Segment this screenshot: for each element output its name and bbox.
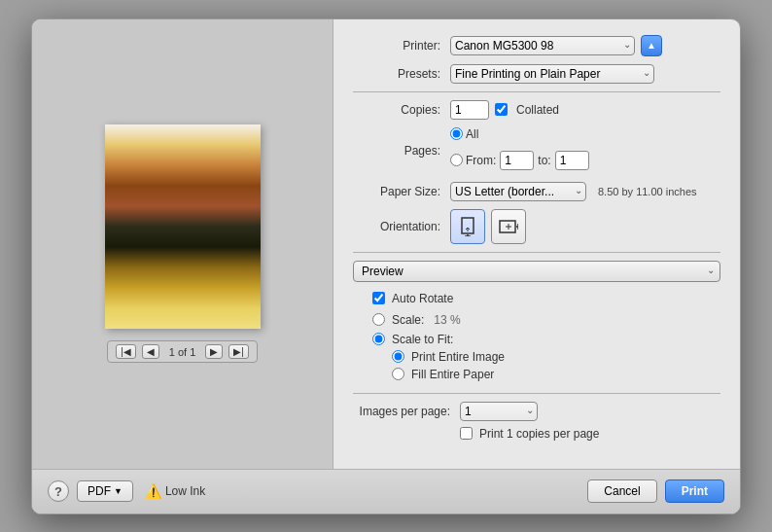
orientation-control: [450, 209, 720, 244]
print-entire-row: Print Entire Image: [392, 350, 505, 364]
scale-fit-option-row: Scale to Fit:: [372, 333, 505, 346]
print-copies-row: Print 1 copies per page: [353, 427, 720, 441]
page-indicator: 1 of 1: [165, 346, 200, 358]
fill-paper-row: Fill Entire Paper: [392, 368, 505, 381]
printer-select-wrap: Canon MG5300 98: [450, 36, 635, 55]
portrait-icon: [460, 217, 475, 236]
orientation-label: Orientation:: [353, 220, 450, 233]
full-select-wrap: Preview Layout Color Matching Paper Hand…: [353, 261, 720, 282]
presets-label: Presets:: [353, 67, 450, 81]
cancel-button[interactable]: Cancel: [587, 479, 656, 503]
copies-row: Copies: Collated: [353, 100, 720, 120]
print-dialog: |◀ ◀ 1 of 1 ▶ ▶| Printer: Canon MG5300 9…: [31, 18, 741, 514]
print-entire-label: Print Entire Image: [411, 350, 505, 364]
fill-paper-label: Fill Entire Paper: [411, 368, 494, 381]
images-section: Images per page: 1 2 4 6 9 16: [353, 402, 720, 441]
printer-up-button[interactable]: ▲: [641, 35, 662, 56]
dialog-body: |◀ ◀ 1 of 1 ▶ ▶| Printer: Canon MG5300 9…: [32, 19, 740, 469]
landscape-icon: [499, 219, 518, 234]
scale-value: 13 %: [434, 313, 460, 327]
images-per-page-select-wrap: 1 2 4 6 9 16: [460, 402, 538, 421]
divider-1: [353, 91, 720, 92]
preview-page: [105, 124, 261, 329]
prev-page-button[interactable]: ◀: [142, 344, 159, 359]
pages-all-row: All: [450, 127, 478, 141]
scale-row: Scale: 13 %: [353, 313, 720, 327]
orientation-row: Orientation:: [353, 209, 720, 244]
papersize-select[interactable]: US Letter (border...: [450, 182, 586, 201]
first-page-button[interactable]: |◀: [116, 344, 136, 359]
images-per-page-select[interactable]: 1 2 4 6 9 16: [460, 402, 538, 421]
next-page-button[interactable]: ▶: [205, 344, 223, 359]
landscape-button[interactable]: [491, 209, 526, 244]
copies-control: Collated: [450, 100, 720, 120]
pages-from-input[interactable]: [500, 151, 534, 170]
scale-fit-control: Scale to Fit: Print Entire Image Fill En…: [372, 333, 505, 385]
presets-select-wrap: Fine Printing on Plain Paper: [450, 64, 654, 84]
pages-control: All From: to:: [450, 127, 720, 174]
pages-to-label: to:: [538, 154, 550, 167]
pdf-button[interactable]: PDF ▼: [77, 480, 133, 502]
bottom-bar: ? PDF ▼ ⚠️ Low Ink Cancel Print: [32, 469, 740, 514]
section-select-wrap: Preview Layout Color Matching Paper Hand…: [353, 261, 720, 282]
pdf-arrow: ▼: [114, 486, 123, 496]
pages-row: Pages: All From: to:: [353, 127, 720, 174]
print-entire-radio[interactable]: [392, 350, 404, 363]
pages-to-input[interactable]: [555, 151, 589, 170]
images-per-page-row: Images per page: 1 2 4 6 9 16: [353, 402, 720, 421]
scale-to-fit-label: Scale to Fit:: [392, 333, 453, 346]
scale-label: Scale:: [392, 313, 424, 327]
pages-all-radio[interactable]: [450, 127, 463, 140]
scale-fit-sub-options: Print Entire Image Fill Entire Paper: [392, 350, 505, 381]
scale-radio[interactable]: [372, 313, 385, 326]
form-panel: Printer: Canon MG5300 98 ▲ Presets:: [333, 19, 740, 469]
collated-label: Collated: [516, 103, 559, 117]
papersize-select-wrap: US Letter (border...: [450, 182, 586, 201]
section-select[interactable]: Preview Layout Color Matching Paper Hand…: [353, 261, 720, 282]
auto-rotate-row: Auto Rotate: [353, 292, 720, 305]
printer-select[interactable]: Canon MG5300 98: [450, 36, 635, 55]
paper-size-label: Paper Size:: [353, 185, 450, 198]
scale-to-fit-row: Scale to Fit: Print Entire Image Fill En…: [353, 333, 720, 385]
help-button[interactable]: ?: [48, 480, 69, 502]
print-button[interactable]: Print: [665, 479, 724, 503]
paper-size-info: 8.50 by 11.00 inches: [598, 186, 697, 197]
auto-rotate-label: Auto Rotate: [392, 292, 453, 305]
divider-3: [353, 393, 720, 394]
scale-to-fit-radio[interactable]: [372, 333, 385, 345]
pages-label: Pages:: [353, 144, 450, 158]
divider-2: [353, 252, 720, 253]
print-copies-checkbox[interactable]: [460, 427, 473, 440]
presets-row: Presets: Fine Printing on Plain Paper: [353, 64, 720, 84]
portrait-button[interactable]: [450, 209, 485, 244]
pages-from-radio[interactable]: [450, 154, 463, 166]
pdf-label: PDF: [88, 484, 111, 498]
printer-control: Canon MG5300 98 ▲: [450, 35, 720, 56]
paper-size-control: US Letter (border... 8.50 by 11.00 inche…: [450, 182, 720, 201]
images-per-page-label: Images per page:: [353, 405, 460, 418]
copies-label: Copies:: [353, 103, 450, 117]
pages-all-label: All: [466, 127, 478, 141]
fill-paper-radio[interactable]: [392, 368, 404, 380]
ink-warning-label: Low Ink: [165, 484, 205, 498]
preview-nav: |◀ ◀ 1 of 1 ▶ ▶|: [107, 340, 258, 363]
printer-label: Printer:: [353, 39, 450, 53]
auto-rotate-checkbox[interactable]: [372, 292, 385, 304]
print-copies-label: Print 1 copies per page: [479, 427, 599, 441]
presets-select[interactable]: Fine Printing on Plain Paper: [450, 64, 654, 84]
presets-control: Fine Printing on Plain Paper: [450, 64, 720, 84]
collated-checkbox[interactable]: [495, 103, 508, 116]
pages-from-label: From:: [466, 154, 496, 167]
preview-panel: |◀ ◀ 1 of 1 ▶ ▶|: [32, 19, 333, 469]
preview-image: [105, 124, 261, 329]
warning-icon: ⚠️: [145, 483, 161, 499]
last-page-button[interactable]: ▶|: [228, 344, 249, 359]
paper-size-row: Paper Size: US Letter (border... 8.50 by…: [353, 182, 720, 201]
pages-from-row: From: to:: [450, 151, 589, 170]
ink-warning: ⚠️ Low Ink: [145, 483, 205, 499]
printer-row: Printer: Canon MG5300 98 ▲: [353, 35, 720, 56]
copies-input[interactable]: [450, 100, 489, 120]
